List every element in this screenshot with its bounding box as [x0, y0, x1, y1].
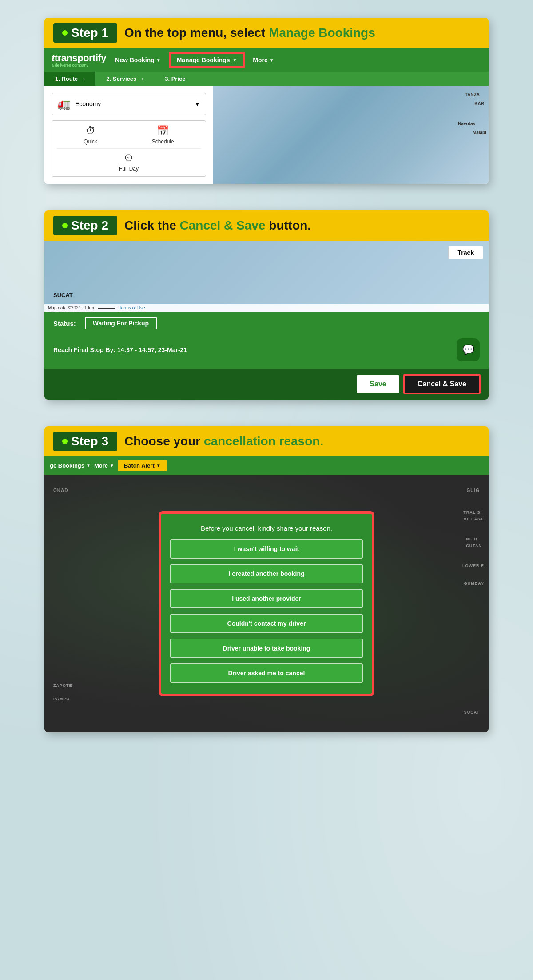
service-options: ⏱ Quick 📅 Schedule ⏲ Full Day: [52, 120, 206, 177]
service-schedule[interactable]: 📅 Schedule: [152, 125, 174, 145]
step3-header: Step 3 Choose your cancellation reason.: [44, 426, 489, 456]
map-label-navotas: Navotas: [458, 121, 475, 126]
step2-title-text: Click the: [124, 218, 179, 232]
manage-bookings-button[interactable]: Manage Bookings ▼: [170, 53, 244, 67]
manage-bookings-nav-item[interactable]: ge Bookings ▼: [50, 462, 91, 469]
logo-text: ttransportify: [52, 52, 106, 64]
fullday-icon: ⏲: [124, 152, 134, 164]
service-quick[interactable]: ⏱ Quick: [84, 125, 97, 145]
step1-body: 🚛 Economy ▼ ⏱ Quick 📅 Schedule: [44, 86, 489, 184]
step1-card: Step 1 On the top menu, select Manage Bo…: [44, 18, 489, 184]
new-booking-button[interactable]: New Booking ▼: [115, 56, 161, 63]
map-scale: 1 km: [84, 306, 94, 310]
terms-link[interactable]: Terms of Use: [119, 306, 145, 310]
reason-btn-driver-asked[interactable]: Driver asked me to cancel: [170, 663, 363, 683]
step3-map-bg: Okad guig TRAL SI VILLAGE NE B ICUTAN LO…: [44, 475, 489, 732]
city-okad: Okad: [53, 488, 68, 493]
city-tral: TRAL SI: [463, 510, 482, 515]
reason-btn-another-booking[interactable]: I created another booking: [170, 564, 363, 583]
step3-highlight: cancellation reason.: [204, 434, 323, 448]
booking-form: 🚛 Economy ▼ ⏱ Quick 📅 Schedule: [44, 86, 213, 184]
step2-title-suffix: button.: [266, 218, 311, 232]
logo-area: ttransportify a deliveree company: [52, 52, 106, 67]
vehicle-left: 🚛 Economy: [57, 98, 101, 110]
status-label: Status:: [53, 320, 76, 327]
map-label-tanza: TANZA: [465, 92, 480, 97]
step2-header: Step 2 Click the Cancel & Save button.: [44, 210, 489, 241]
batch-alert-chevron: ▼: [156, 463, 161, 468]
tab-services[interactable]: 2. Services ›: [95, 72, 154, 86]
step2-title: Click the Cancel & Save button.: [124, 218, 311, 233]
eta-text: Reach Final Stop By: 14:37 - 14:57, 23-M…: [53, 346, 187, 353]
step2-content: SUCAT Track Map data ©2021 1 km Terms of…: [44, 241, 489, 400]
step3-navbar: ge Bookings ▼ More ▼ Batch Alert ▼: [44, 456, 489, 475]
service-fullday[interactable]: ⏲ Full Day: [119, 152, 139, 172]
map-label-kar: KAR: [474, 101, 484, 106]
reason-btn-another-provider[interactable]: I used another provider: [170, 589, 363, 608]
cancel-save-button[interactable]: Cancel & Save: [404, 375, 480, 393]
city-sucat: SUCAT: [464, 710, 480, 714]
eta-row: Reach Final Stop By: 14:37 - 14:57, 23-M…: [44, 335, 489, 369]
step3-dot: [62, 439, 68, 444]
quick-icon: ⏱: [86, 125, 95, 137]
step1-title-text: On the top menu, select: [124, 26, 269, 40]
tab-route[interactable]: 1. Route ›: [44, 72, 95, 86]
step3-title: Choose your cancellation reason.: [124, 434, 323, 448]
chat-bubble[interactable]: 💬: [457, 338, 480, 361]
new-booking-chevron: ▼: [156, 58, 161, 63]
map-data-label: Map data ©2021: [48, 306, 81, 310]
city-pampo: PAMPO: [53, 697, 70, 701]
save-button[interactable]: Save: [357, 375, 398, 393]
eta-time: 14:37 - 14:57, 23-Mar-21: [117, 346, 187, 353]
manage-bookings-chevron: ▼: [232, 58, 237, 63]
step1-map: TANZA KAR Navotas Malabi: [213, 86, 489, 184]
action-bar: Save Cancel & Save: [44, 369, 489, 400]
step3-badge: Step 3: [53, 432, 117, 451]
vehicle-label: Economy: [75, 100, 101, 107]
step3-content: ge Bookings ▼ More ▼ Batch Alert ▼ Okad …: [44, 456, 489, 732]
more-button-step1[interactable]: More ▼: [253, 56, 274, 63]
tab-price[interactable]: 3. Price: [154, 72, 196, 86]
map-bottom-bar: Map data ©2021 1 km Terms of Use: [44, 304, 489, 312]
city-lower: LOWER E: [462, 563, 484, 568]
batch-alert-tab[interactable]: Batch Alert ▼: [118, 460, 167, 471]
vehicle-icon: 🚛: [57, 98, 71, 110]
logo-sub: a deliveree company: [52, 63, 88, 67]
step2-number: Step 2: [71, 218, 108, 233]
chat-icon: 💬: [462, 344, 474, 356]
vehicle-select[interactable]: 🚛 Economy ▼: [52, 93, 206, 115]
city-guig: guig: [466, 488, 480, 493]
route-tabs: 1. Route › 2. Services › 3. Price: [44, 72, 489, 86]
step2-highlight: Cancel & Save: [180, 218, 266, 232]
step2-map: SUCAT Track Map data ©2021 1 km Terms of…: [44, 241, 489, 312]
reason-btn-wait[interactable]: I wasn't willing to wait: [170, 539, 363, 559]
service-divider: [56, 148, 201, 149]
step1-number: Step 1: [71, 26, 108, 40]
reason-btn-driver-unable[interactable]: Driver unable to take booking: [170, 639, 363, 658]
service-row-top: ⏱ Quick 📅 Schedule: [56, 125, 201, 145]
city-ne: NE B: [466, 537, 477, 541]
step2-card: Step 2 Click the Cancel & Save button. S…: [44, 210, 489, 400]
status-badge: Waiting For Pickup: [85, 317, 157, 329]
city-gumbay: GUMBAY: [464, 581, 484, 586]
step1-header: Step 1 On the top menu, select Manage Bo…: [44, 18, 489, 48]
step3-card: Step 3 Choose your cancellation reason. …: [44, 426, 489, 732]
step2-dot: [62, 223, 68, 228]
map-label-malabi: Malabi: [473, 130, 486, 135]
step3-number: Step 3: [71, 434, 108, 448]
more-chevron-3: ▼: [110, 463, 114, 468]
track-button[interactable]: Track: [448, 246, 483, 259]
city-icutan: ICUTAN: [465, 544, 482, 548]
sucat-label: SUCAT: [53, 292, 73, 298]
more-chevron: ▼: [270, 58, 274, 63]
cancellation-modal: Before you cancel, kindly share your rea…: [160, 512, 373, 695]
step1-highlight: Manage Bookings: [269, 26, 375, 40]
step3-title-text: Choose your: [124, 434, 204, 448]
step1-dot: [62, 30, 68, 36]
more-nav-item[interactable]: More ▼: [94, 462, 114, 469]
step1-badge: Step 1: [53, 23, 117, 43]
reason-btn-contact-driver[interactable]: Couldn't contact my driver: [170, 614, 363, 633]
map-placeholder: [213, 86, 489, 184]
tab-arrow-2: ›: [142, 75, 143, 82]
modal-title: Before you cancel, kindly share your rea…: [170, 524, 363, 532]
